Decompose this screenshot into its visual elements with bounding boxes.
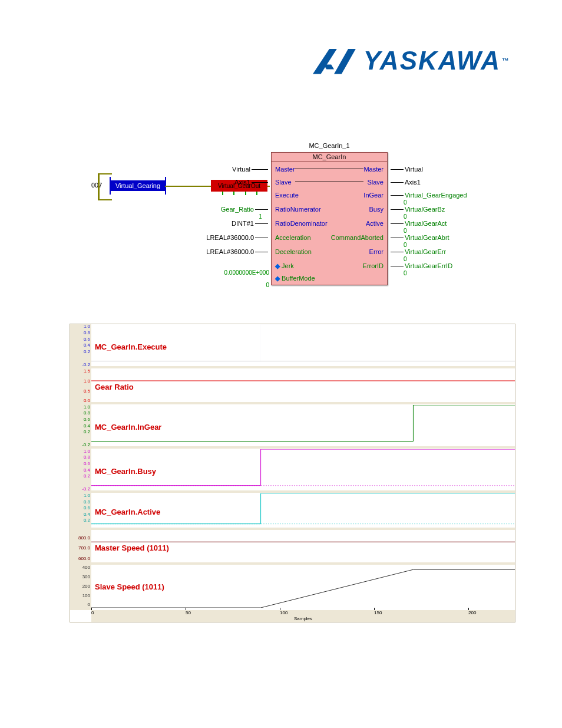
port-cmdaborted: CommandAborted (331, 234, 384, 241)
val-ingear: 0 (404, 199, 407, 206)
port-slave-in: Slave (275, 179, 292, 186)
var-dint1: DINT#1 (232, 220, 254, 227)
x-tick: 200 (468, 610, 476, 615)
var-axis1: Axis1 (234, 179, 250, 186)
x-axis-label: Samples (91, 616, 515, 621)
val-busy: 0 (404, 213, 407, 220)
literal-jerk: 0.0000000E+000 (224, 269, 269, 276)
val-active: 0 (404, 228, 407, 234)
page: YASKAWA ™ 007 Virtual_Gearing Virtual_Ge… (0, 0, 562, 728)
port-busy: Busy (369, 206, 384, 213)
mc-gearin-block: MC_GearIn_1 MC_GearIn Master Virtual Sla… (271, 152, 388, 285)
val-abrt: 0 (404, 242, 407, 248)
port-ingear: InGear (363, 192, 384, 199)
port-decel: Deceleration (275, 248, 312, 255)
port-master-out: Master (363, 166, 384, 173)
port-buffermode: BufferMode (282, 275, 315, 282)
trace-busy: 1.0 0.8 0.6 0.4 0.2 -0.2 MC_GearIn.Busy (70, 449, 515, 493)
var-busy: VirtualGearBz (405, 206, 445, 213)
var-decel: LREAL#36000.0 (206, 248, 254, 255)
block-type-name: MC_GearIn (272, 153, 387, 162)
trace-ingear: 1.0 0.8 0.6 0.4 0.2 -0.2 MC_GearIn.InGea… (70, 405, 515, 449)
x-axis: 0 50 100 150 200 Samples (91, 610, 515, 622)
var-virtual: Virtual (232, 166, 250, 173)
var-accel: LREAL#36000.0 (206, 234, 254, 241)
port-master-in: Master (275, 166, 295, 173)
trace-master-speed: 800.0 700.0 600.0 Master Speed (1011) (70, 531, 515, 565)
trace-execute: 1.0 0.8 0.6 0.4 0.2 -0.2 MC_GearIn.Execu… (70, 324, 515, 368)
wire (165, 186, 211, 187)
var-abrt: VirtualGearAbrt (405, 234, 449, 241)
brand-logo: YASKAWA ™ (310, 46, 509, 75)
network-number: 007 (91, 182, 102, 189)
port-rationum: RatioNumerator (275, 206, 321, 213)
var-errid: VirtualGearErrID (405, 262, 452, 269)
var-gear-ratio: Gear_Ratio (221, 206, 254, 213)
port-jerk: Jerk (282, 262, 294, 269)
block-instance-name: MC_GearIn_1 (272, 142, 387, 150)
port-accel: Acceleration (275, 234, 311, 241)
var-active: VirtualGearAct (405, 220, 447, 227)
trace-active: 1.0 0.8 0.6 0.4 0.2 MC_GearIn.Active (70, 493, 515, 530)
trace-slave-speed: 400 300 200 100 0 Slave Speed (1011) (70, 565, 515, 608)
brand-text: YASKAWA (363, 46, 501, 75)
x-tick: 100 (280, 610, 287, 615)
var-err: VirtualGearErr (405, 248, 446, 255)
contact-virtual-gearing: Virtual_Gearing (111, 180, 165, 191)
port-error: Error (369, 248, 384, 255)
val-err: 0 (404, 256, 407, 262)
literal-one: 1 (259, 213, 262, 220)
port-errorid: ErrorID (363, 262, 384, 269)
optional-dot-icon: ◆ (275, 275, 280, 282)
port-slave-out: Slave (367, 179, 384, 186)
x-tick: 50 (186, 610, 191, 615)
x-tick: 0 (91, 610, 94, 615)
trace-gear-ratio: 1.5 1.0 0.5 0.0 Gear Ratio (70, 369, 515, 404)
port-active: Active (366, 220, 384, 227)
val-errid: 0 (404, 270, 407, 276)
x-tick: 150 (374, 610, 382, 615)
wire (267, 186, 270, 187)
literal-buffer: 0 (266, 282, 269, 288)
function-block-diagram: 007 Virtual_Gearing Virtual_GearOut MC_G… (88, 140, 513, 294)
yaskawa-icon (310, 47, 358, 75)
port-ratiodenom: RatioDenominator (275, 220, 328, 227)
var-gearengaged: Virtual_GearEngaged (405, 192, 467, 199)
power-rail (98, 173, 100, 200)
var-axis1-out: Axis1 (405, 179, 421, 186)
port-execute: Execute (275, 192, 299, 199)
optional-dot-icon: ◆ (275, 262, 280, 269)
var-virtual-out: Virtual (405, 166, 423, 173)
logic-analyzer: 0 50 100 150 200 Samples 1.0 0.8 0.6 0.4… (70, 324, 515, 622)
trademark: ™ (502, 57, 509, 65)
